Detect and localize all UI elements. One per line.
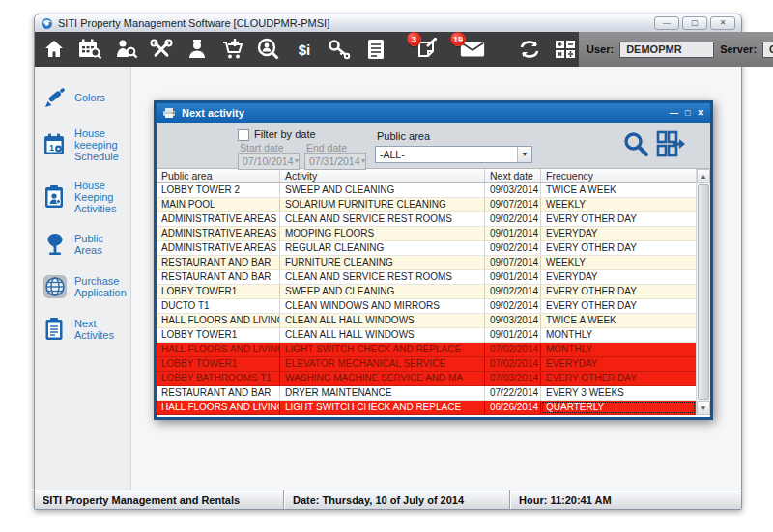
purchases-button[interactable] (219, 36, 246, 63)
table-row[interactable]: MAIN POOL SOLARIUM FURNITURE CLEANING 09… (157, 198, 696, 212)
dialog-minimize-button[interactable]: — (670, 108, 678, 118)
user-field[interactable]: DEMOPMR (619, 42, 714, 58)
start-date-combo[interactable]: 07/10/2014▼ (238, 153, 300, 170)
column-header-public-area[interactable]: Public area (157, 169, 280, 182)
vertical-scrollbar[interactable]: ▲ ▼ (696, 169, 710, 415)
grid-exit-icon[interactable] (656, 130, 685, 157)
scrollbar-thumb[interactable] (698, 184, 709, 400)
maximize-button[interactable]: ▢ (682, 16, 707, 30)
cell-activity: CLEAN ALL HALL WINDOWS (280, 314, 485, 327)
mail-badge: 19 (450, 32, 466, 46)
cell-public-area: RESTAURANT AND BAR (157, 386, 280, 400)
key-gear-icon (328, 38, 353, 61)
dialog-print-icon (162, 107, 176, 119)
housekeeping-schedule-button[interactable] (76, 36, 103, 63)
date-label: Date: (293, 494, 320, 506)
column-header-activity[interactable]: Activity (280, 169, 485, 182)
housekeeping-activities-button[interactable] (112, 36, 139, 63)
cell-activity: SOLARIUM FURNITURE CLEANING (280, 198, 485, 211)
sidebar-item-colors[interactable]: Colors (35, 76, 130, 119)
cell-activity: SWEEP AND CLEANING (280, 285, 485, 298)
cell-activity: LIGHT SWITCH CHECK AND REPLACE (280, 401, 485, 414)
housekeeper-search-icon (113, 38, 138, 61)
table-row[interactable]: LOBBY TOWER1 ELEVATOR MECHANICAL SERVICE… (157, 357, 696, 372)
cell-activity: CLEAN WINDOWS AND MIRRORS (280, 299, 485, 313)
cell-public-area: RESTAURANT AND BAR (157, 256, 280, 269)
dialog-maximize-button[interactable]: □ (685, 108, 690, 118)
table-row[interactable]: RESTAURANT AND BAR CLEAN AND SERVICE RES… (157, 270, 696, 285)
mail-button[interactable]: 19 (459, 36, 486, 63)
search-icon[interactable] (622, 130, 649, 157)
cell-public-area: LOBBY BATHROOMS T1 (157, 372, 280, 385)
chevron-down-icon: ▼ (360, 154, 367, 169)
close-button[interactable]: ✕ (710, 16, 735, 30)
reports-button[interactable] (362, 36, 389, 63)
scroll-up-icon[interactable]: ▲ (697, 169, 710, 183)
sync-button[interactable] (516, 36, 543, 63)
staff-button[interactable] (184, 36, 211, 63)
server-label: Server: (720, 43, 757, 55)
table-body: LOBBY TOWER 2 SWEEP AND CLEANING 09/03/2… (157, 183, 696, 415)
cell-next-date: 07/22/2014 (485, 386, 541, 400)
sidebar-item-next-activities[interactable]: Next Activites (35, 308, 130, 350)
cell-next-date: 06/26/2014 (485, 401, 541, 414)
hour-label: Hour: (519, 494, 547, 506)
access-keys-button[interactable] (327, 36, 354, 63)
dialog-titlebar[interactable]: Next activity — □ ✕ (157, 103, 710, 123)
cell-public-area: LOBBY TOWER1 (157, 328, 280, 342)
table-row[interactable]: LOBBY BATHROOMS T1 WASHING MACHINE SERVI… (157, 372, 696, 386)
sidebar-item-purchase-application[interactable]: Purchase Application (35, 266, 130, 308)
sidebar-item-housekeeping-schedule[interactable]: 1 House keeeping Schedule (35, 119, 130, 171)
table-row[interactable]: HALL FLOORS AND LIVING AREA LIGHT SWITCH… (157, 343, 696, 357)
cell-next-date: 09/03/2014 (485, 314, 541, 327)
table-row[interactable]: ADMINISTRATIVE AREAS CLEAN AND SERVICE R… (157, 212, 696, 227)
home-icon (43, 38, 66, 61)
table-row[interactable]: ADMINISTRATIVE AREAS REGULAR CLEANING 09… (157, 241, 696, 256)
column-header-next-date[interactable]: Next date (485, 169, 541, 182)
cell-next-date: 07/02/2014 (485, 357, 541, 371)
document-list-icon (365, 38, 386, 61)
table-row[interactable]: DUCTO T1 CLEAN WINDOWS AND MIRRORS 09/02… (157, 299, 696, 314)
guest-search-button[interactable] (255, 36, 282, 63)
cell-activity: WASHING MACHINE SERVICE AND MA (280, 372, 485, 385)
table-row[interactable]: LOBBY TOWER1 SWEEP AND CLEANING 09/02/20… (157, 285, 696, 299)
window-title: SITI Property Management Software [CLOUD… (58, 17, 329, 29)
toolbar-icon-group: $i 3 19 (41, 36, 579, 63)
cell-frequency: EVERY 3 WEEKS (541, 386, 696, 400)
table-row[interactable]: RESTAURANT AND BAR FURNITURE CLEANING 09… (157, 256, 696, 270)
finance-button[interactable]: $i (291, 36, 318, 63)
status-app-name: SITI Property Management and Rentals (35, 494, 283, 506)
home-button[interactable] (41, 36, 68, 63)
dialog-close-button[interactable]: ✕ (697, 108, 704, 118)
minimize-button[interactable]: — (654, 16, 679, 30)
table-row[interactable]: LOBBY TOWER1 CLEAN ALL HALL WINDOWS 09/0… (157, 328, 696, 343)
window-titlebar: SITI Property Management Software [CLOUD… (35, 14, 741, 32)
table-row[interactable]: ADMINISTRATIVE AREAS MOOPING FLOORS 09/0… (157, 227, 696, 241)
table-row[interactable]: HALL FLOORS AND LIVING AREAS T CLEAN ALL… (157, 314, 696, 328)
chevron-down-icon: ▼ (294, 154, 301, 169)
maintenance-button[interactable] (148, 36, 175, 63)
next-activity-dialog: Next activity — □ ✕ Filter by date Start… (154, 100, 713, 420)
end-date-combo[interactable]: 07/31/2014▼ (304, 153, 366, 170)
cell-activity: FURNITURE CLEANING (280, 256, 485, 269)
cell-frequency: EVERY OTHER DAY (541, 212, 696, 226)
cell-next-date: 09/01/2014 (485, 227, 541, 240)
calculator-button[interactable] (552, 36, 579, 63)
sidebar-item-public-areas[interactable]: Public Areas (35, 223, 130, 266)
table-row[interactable]: LOBBY TOWER 2 SWEEP AND CLEANING 09/03/2… (157, 183, 696, 198)
sidebar-item-label: Next Activites (74, 318, 127, 341)
status-hour: Hour: 11:20:41 AM (511, 494, 619, 506)
table-row[interactable]: HALL FLOORS AND LIVING AREA LIGHT SWITCH… (157, 401, 696, 415)
sidebar-item-label: Colors (74, 92, 105, 103)
cell-public-area: LOBBY TOWER1 (157, 357, 280, 371)
cell-public-area: LOBBY TOWER 2 (157, 183, 280, 197)
server-field[interactable]: CLOUDPMR (762, 42, 773, 58)
notes-button[interactable]: 3 (414, 36, 441, 63)
sidebar-item-housekeeping-activities[interactable]: House Keeping Activities (35, 171, 130, 223)
table-row[interactable]: RESTAURANT AND BAR DRYER MAINTENANCE 07/… (157, 386, 696, 401)
public-area-combo[interactable]: -ALL- ▼ (375, 146, 532, 163)
column-header-frequency[interactable]: Frecuency (541, 169, 696, 182)
cell-public-area: ADMINISTRATIVE AREAS (157, 227, 280, 240)
filter-by-date-checkbox[interactable] (238, 129, 249, 141)
scroll-down-icon[interactable]: ▼ (697, 401, 710, 415)
